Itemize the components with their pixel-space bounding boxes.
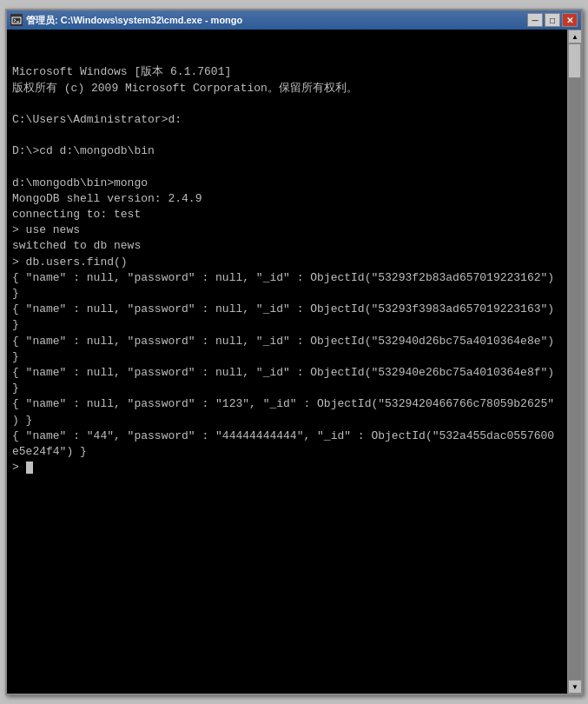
title-bar-text: 管理员: C:\Windows\system32\cmd.exe - mongo (26, 14, 242, 27)
cmd-window: 管理员: C:\Windows\system32\cmd.exe - mongo… (5, 9, 583, 695)
terminal-container: Microsoft Windows [版本 6.1.7601]版权所有 (c) … (7, 30, 581, 694)
scrollbar[interactable]: ▲ ▼ (567, 30, 581, 694)
terminal-line (12, 128, 562, 143)
terminal-line: { "name" : "44", "password" : "444444444… (12, 428, 562, 444)
terminal-line: switched to db news (12, 238, 562, 254)
terminal-line: e5e24f4") } (12, 444, 562, 460)
terminal-line: > use news (12, 222, 562, 238)
terminal-line (12, 96, 562, 112)
terminal-line: > (12, 460, 562, 475)
scroll-up-button[interactable]: ▲ (568, 30, 581, 43)
terminal-line: MongoDB shell version: 2.4.9 (12, 191, 562, 207)
svg-rect-0 (12, 17, 21, 23)
terminal-line: ) } (12, 413, 562, 428)
terminal-line: d:\mongodb\bin>mongo (12, 176, 562, 191)
terminal-line: } (12, 317, 562, 333)
close-button[interactable]: ✕ (562, 13, 578, 27)
terminal-line: } (12, 349, 562, 365)
cmd-icon (10, 14, 23, 26)
scrollbar-track (568, 43, 581, 680)
title-bar-buttons: ─ □ ✕ (527, 13, 578, 27)
maximize-button[interactable]: □ (545, 13, 560, 27)
terminal-line: { "name" : null, "password" : null, "_id… (12, 365, 562, 381)
terminal-output[interactable]: Microsoft Windows [版本 6.1.7601]版权所有 (c) … (7, 30, 567, 694)
terminal-line: > db.users.find() (12, 255, 562, 270)
terminal-line: { "name" : null, "password" : null, "_id… (12, 334, 562, 349)
terminal-line: D:\>cd d:\mongodb\bin (12, 143, 562, 159)
title-bar-left: 管理员: C:\Windows\system32\cmd.exe - mongo (10, 14, 242, 27)
terminal-cursor (26, 462, 33, 474)
terminal-line: connecting to: test (12, 207, 562, 222)
terminal-line: C:\Users\Administrator>d: (12, 112, 562, 128)
terminal-line: { "name" : null, "password" : null, "_id… (12, 270, 562, 286)
terminal-line: { "name" : null, "password" : "123", "_i… (12, 396, 562, 412)
terminal-line: 版权所有 (c) 2009 Microsoft Corporation。保留所有… (12, 81, 562, 96)
terminal-line: { "name" : null, "password" : null, "_id… (12, 302, 562, 317)
scroll-down-button[interactable]: ▼ (568, 680, 581, 694)
scrollbar-thumb[interactable] (568, 43, 581, 78)
terminal-line: } (12, 286, 562, 302)
terminal-line: Microsoft Windows [版本 6.1.7601] (12, 64, 562, 80)
title-bar: 管理员: C:\Windows\system32\cmd.exe - mongo… (7, 10, 581, 30)
terminal-line (12, 160, 562, 176)
minimize-button[interactable]: ─ (527, 13, 543, 27)
terminal-line: } (12, 381, 562, 396)
